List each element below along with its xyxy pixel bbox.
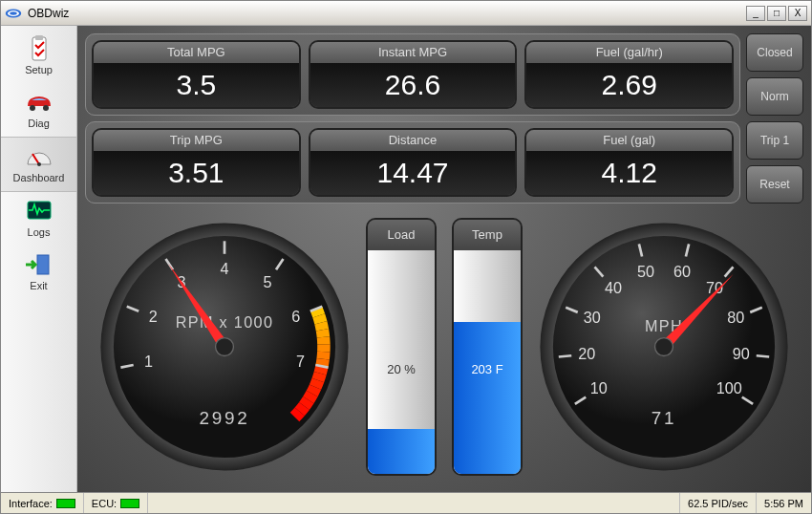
sidebar: Setup Diag Dashboard Logs Exit: [1, 26, 77, 492]
sidebar-item-label: Setup: [25, 64, 53, 75]
svg-rect-4: [35, 35, 43, 40]
svg-text:6: 6: [291, 308, 300, 325]
svg-text:71: 71: [652, 408, 676, 428]
app-icon: [5, 7, 22, 20]
svg-text:20: 20: [578, 345, 595, 362]
readout-label: Distance: [310, 130, 516, 151]
svg-point-8: [37, 162, 41, 166]
sidebar-item-label: Logs: [28, 226, 51, 238]
svg-text:RPM x 1000: RPM x 1000: [176, 313, 274, 331]
readout-instant-mpg: Instant MPG 26.6: [309, 40, 518, 109]
bar-label: Load: [368, 220, 435, 250]
window-title: OBDwiz: [28, 7, 746, 20]
reset-button[interactable]: Reset: [746, 165, 803, 203]
readout-value: 3.51: [94, 151, 299, 195]
svg-point-56: [655, 338, 673, 356]
mph-gauge: 102030405060708090100MPH71: [535, 218, 793, 476]
sidebar-item-setup[interactable]: Setup: [1, 30, 76, 83]
dashboard-panel: Total MPG 3.5 Instant MPG 26.6 Fuel (gal…: [77, 26, 811, 492]
svg-text:30: 30: [584, 309, 601, 326]
clipboard-check-icon: [24, 35, 54, 62]
svg-line-49: [757, 355, 769, 356]
app-window: OBDwiz _ □ X Setup Diag Dashboard Logs: [0, 0, 812, 514]
svg-text:1: 1: [144, 353, 153, 370]
statusbar: Interface: ECU: 62.5 PID/sec 5:56 PM: [1, 492, 811, 513]
titlebar: OBDwiz _ □ X: [1, 1, 811, 26]
rpm-gauge: 1234567RPM x 10002992: [96, 218, 353, 476]
window-controls: _ □ X: [746, 6, 807, 21]
svg-point-2: [10, 11, 17, 14]
sidebar-item-diag[interactable]: Diag: [1, 83, 76, 137]
loop-mode-button[interactable]: Closed: [746, 33, 803, 72]
readout-value: 14.47: [310, 151, 516, 195]
readout-value: 3.5: [94, 63, 299, 107]
norm-button[interactable]: Norm: [746, 77, 803, 116]
svg-text:2992: 2992: [200, 408, 250, 428]
svg-rect-10: [37, 255, 49, 274]
bar-text: 20 %: [368, 362, 435, 376]
readout-group-2: Trip MPG 3.51 Distance 14.47 Fuel (gal) …: [85, 121, 740, 203]
readout-value: 26.6: [310, 63, 516, 107]
sidebar-item-logs[interactable]: Logs: [1, 192, 76, 246]
readout-value: 2.69: [526, 63, 732, 107]
trip-select-button[interactable]: Trip 1: [746, 121, 803, 160]
svg-text:40: 40: [605, 279, 622, 296]
readout-value: 4.12: [526, 151, 732, 195]
svg-point-6: [43, 105, 49, 111]
readout-label: Total MPG: [94, 42, 299, 63]
svg-point-5: [30, 105, 35, 111]
exit-icon: [24, 251, 54, 278]
svg-text:90: 90: [733, 345, 750, 362]
sidebar-item-label: Exit: [30, 280, 47, 291]
sidebar-item-label: Dashboard: [13, 172, 65, 183]
readout-label: Instant MPG: [310, 42, 516, 63]
status-interface: Interface:: [1, 493, 84, 513]
svg-rect-3: [32, 37, 46, 60]
svg-text:80: 80: [727, 309, 744, 326]
readout-distance: Distance 14.47: [309, 128, 518, 197]
readout-label: Fuel (gal): [526, 130, 732, 151]
status-ecu: ECU:: [84, 493, 148, 513]
readout-fuel-gal: Fuel (gal) 4.12: [524, 128, 734, 197]
svg-text:60: 60: [673, 263, 691, 280]
svg-text:5: 5: [263, 273, 271, 290]
car-icon: [24, 89, 54, 116]
sidebar-item-label: Diag: [28, 118, 50, 129]
bar-label: Temp: [454, 220, 521, 250]
svg-text:10: 10: [590, 379, 608, 396]
svg-line-35: [559, 355, 571, 356]
status-pid-rate: 62.5 PID/sec: [680, 493, 757, 513]
readout-group-1: Total MPG 3.5 Instant MPG 26.6 Fuel (gal…: [85, 33, 740, 116]
sidebar-item-dashboard[interactable]: Dashboard: [1, 137, 76, 192]
sidebar-item-exit[interactable]: Exit: [1, 246, 76, 299]
readout-trip-mpg: Trip MPG 3.51: [92, 128, 301, 197]
monitor-wave-icon: [24, 198, 54, 225]
interface-led-icon: [56, 499, 75, 508]
temp-bar: Temp 203 F: [449, 218, 525, 476]
readout-fuel-galhr: Fuel (gal/hr) 2.69: [524, 40, 734, 109]
close-button[interactable]: X: [788, 6, 807, 21]
load-bar: Load 20 %: [363, 218, 439, 476]
ecu-led-icon: [120, 499, 139, 508]
readout-total-mpg: Total MPG 3.5: [92, 40, 301, 109]
svg-text:50: 50: [637, 263, 654, 280]
svg-text:2: 2: [149, 308, 158, 325]
svg-text:4: 4: [220, 260, 228, 277]
minimize-button[interactable]: _: [746, 6, 765, 21]
svg-text:100: 100: [716, 379, 742, 396]
status-clock: 5:56 PM: [757, 493, 811, 513]
gauge-icon: [24, 143, 54, 170]
svg-point-30: [216, 338, 234, 356]
maximize-button[interactable]: □: [767, 6, 786, 21]
readout-label: Fuel (gal/hr): [526, 42, 732, 63]
svg-text:7: 7: [296, 353, 305, 370]
bar-text: 203 F: [454, 362, 521, 376]
readout-label: Trip MPG: [94, 130, 299, 151]
